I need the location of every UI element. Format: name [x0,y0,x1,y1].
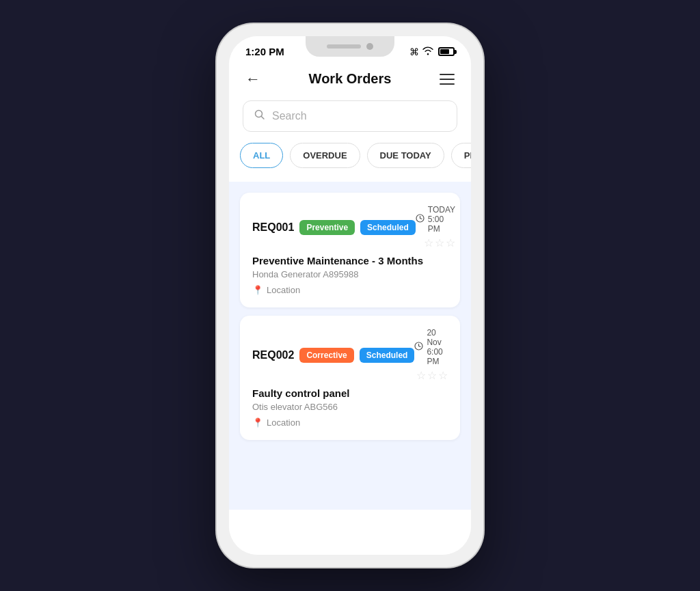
work-order-card-2[interactable]: REQ002 Corrective Scheduled [240,316,460,440]
notch-speaker [327,44,361,49]
location-pin-1: 📍 [252,285,263,295]
search-container: Search [229,98,471,143]
status-badge-1: Scheduled [360,220,416,235]
card-1-subtitle: Honda Generator A895988 [252,269,448,279]
menu-line-2 [440,79,455,80]
menu-line-1 [440,74,455,75]
work-orders-list: REQ001 Preventive Scheduled [229,182,471,510]
stars-2: ☆ ☆ ☆ [416,369,448,382]
req-id-1: REQ001 [252,221,294,234]
card-1-top-row: REQ001 Preventive Scheduled [252,205,448,249]
tab-planned[interactable]: PLANNED [451,143,471,168]
star-2-1: ☆ [416,369,426,382]
search-bar[interactable]: Search [243,100,457,132]
tab-due-today[interactable]: DUE TODAY [367,143,444,168]
card-2-right: 20 Nov 6:00 PM ☆ ☆ ☆ [414,328,448,382]
due-time-2: 20 Nov 6:00 PM [414,328,448,366]
battery-icon [438,47,455,56]
due-time-text-2: 20 Nov 6:00 PM [427,328,448,366]
type-badge-2: Corrective [299,348,353,363]
card-2-subtitle: Otis elevator ABG566 [252,402,448,412]
card-1-left: REQ001 Preventive Scheduled [252,220,416,235]
card-2-top-row: REQ002 Corrective Scheduled [252,328,448,382]
tab-overdue[interactable]: OVERDUE [290,143,360,168]
clock-icon-2 [414,342,423,353]
clock-icon-1 [416,214,425,225]
svg-line-1 [262,117,265,120]
search-placeholder: Search [272,110,307,122]
filter-tabs: ALL OVERDUE DUE TODAY PLANNED [229,143,471,182]
due-time-1: TODAY 5:00 PM [416,205,455,234]
notch-camera [366,43,373,50]
star-1-1: ☆ [424,236,433,249]
svg-line-4 [420,219,422,219]
status-time: 1:20 PM [245,46,284,57]
stars-1: ☆ ☆ ☆ [424,236,455,249]
status-icons: ⌘ [409,46,455,57]
location-text-1: Location [267,285,300,295]
header: ← Work Orders [229,63,471,98]
card-1-right: TODAY 5:00 PM ☆ ☆ ☆ [416,205,455,249]
card-1-title: Preventive Maintenance - 3 Months [252,255,448,266]
star-2-2: ☆ [427,369,437,382]
back-button[interactable]: ← [245,72,260,87]
star-2-3: ☆ [438,369,448,382]
card-2-title: Faulty control panel [252,387,448,399]
wifi-icon: ⌘ [409,46,434,57]
type-badge-1: Preventive [299,220,355,235]
star-1-3: ☆ [446,236,455,249]
page-title: Work Orders [309,71,392,87]
work-order-card-1[interactable]: REQ001 Preventive Scheduled [240,193,460,307]
card-2-left: REQ002 Corrective Scheduled [252,348,414,363]
status-badge-2: Scheduled [360,348,415,363]
card-1-location: 📍 Location [252,285,448,295]
location-pin-2: 📍 [252,417,263,428]
req-id-2: REQ002 [252,349,294,361]
status-bar: 1:20 PM ⌘ [229,36,471,63]
card-2-location: 📍 Location [252,417,448,428]
tab-all[interactable]: ALL [240,143,283,168]
notch [306,36,394,57]
phone-inner: 1:20 PM ⌘ ← [229,36,471,555]
phone-shell: 1:20 PM ⌘ ← [217,24,483,567]
due-time-text-1: TODAY 5:00 PM [428,205,455,234]
menu-line-3 [440,83,455,85]
star-1-2: ☆ [435,236,444,249]
search-icon [254,109,265,123]
app-content: ← Work Orders Search [229,63,471,555]
svg-line-7 [419,346,421,347]
menu-button[interactable] [440,74,455,85]
location-text-2: Location [267,417,300,428]
